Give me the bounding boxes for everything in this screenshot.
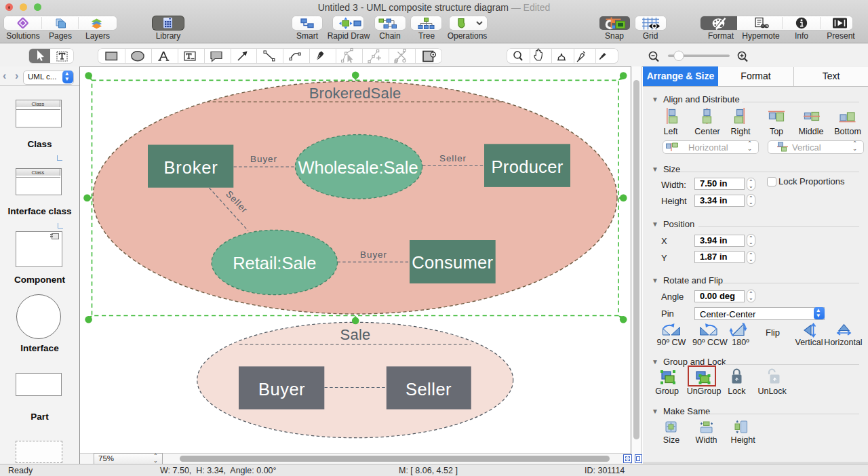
svg-text:Broker: Broker bbox=[164, 158, 218, 177]
svg-text:Buyer: Buyer bbox=[360, 250, 387, 260]
svg-text:Buyer: Buyer bbox=[250, 154, 277, 164]
svg-text:Producer: Producer bbox=[492, 157, 564, 176]
svg-text:Wholesale:Sale: Wholesale:Sale bbox=[298, 158, 418, 177]
svg-text:Buyer: Buyer bbox=[258, 380, 305, 399]
svg-text:Seller: Seller bbox=[439, 153, 467, 163]
svg-text:Retail:Sale: Retail:Sale bbox=[233, 254, 316, 273]
svg-text:BrokeredSale: BrokeredSale bbox=[309, 85, 401, 102]
svg-text:Seller: Seller bbox=[406, 380, 452, 399]
svg-text:Sale: Sale bbox=[340, 326, 371, 343]
svg-text:Consumer: Consumer bbox=[412, 253, 493, 272]
